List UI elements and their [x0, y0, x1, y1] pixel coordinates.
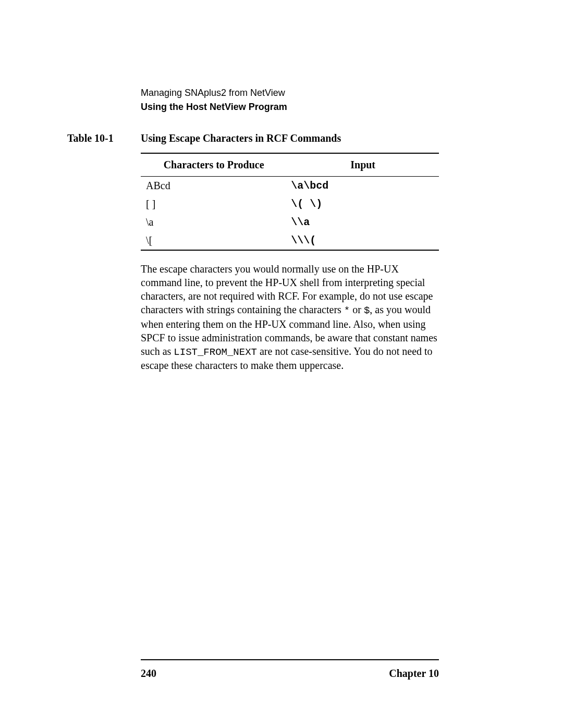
table-header-col2: Input — [287, 153, 439, 177]
table-cell-produce: \a — [141, 213, 287, 231]
table-cell-input: \\\( — [287, 231, 439, 250]
page: Managing SNAplus2 from NetView Using the… — [0, 0, 563, 728]
chapter-label: Chapter 10 — [389, 668, 439, 680]
inline-code-dollar: $ — [364, 305, 370, 316]
page-footer: 240 Chapter 10 — [141, 659, 439, 680]
table-cell-produce: \[ — [141, 231, 287, 250]
table-number-label: Table 10-1 — [67, 132, 141, 144]
inline-code-star: * — [344, 305, 350, 316]
table-header-col1: Characters to Produce — [141, 153, 287, 177]
table-cell-input: \a\bcd — [287, 177, 439, 195]
table-row: [ ] \( \) — [141, 195, 439, 213]
table-row: \[ \\\( — [141, 231, 439, 250]
running-header: Managing SNAplus2 from NetView Using the… — [141, 88, 439, 113]
table-row: ABcd \a\bcd — [141, 177, 439, 195]
escape-characters-table: Characters to Produce Input ABcd \a\bcd … — [141, 153, 439, 251]
header-section-title: Using the Host NetView Program — [141, 102, 439, 113]
page-number: 240 — [141, 668, 156, 680]
table-cell-produce: [ ] — [141, 195, 287, 213]
paragraph-text: or — [350, 304, 364, 315]
table-cell-input: \\a — [287, 213, 439, 231]
table-cell-produce: ABcd — [141, 177, 287, 195]
header-chapter-title: Managing SNAplus2 from NetView — [141, 88, 439, 98]
table-header-row: Characters to Produce Input — [141, 153, 439, 177]
body-paragraph: The escape characters you would normally… — [141, 262, 439, 372]
table-row: \a \\a — [141, 213, 439, 231]
table-cell-input: \( \) — [287, 195, 439, 213]
inline-code-const: LIST_FROM_NEXT — [174, 347, 257, 358]
table-caption: Using Escape Characters in RCF Commands — [141, 132, 341, 144]
table-caption-row: Table 10-1 Using Escape Characters in RC… — [141, 132, 439, 144]
